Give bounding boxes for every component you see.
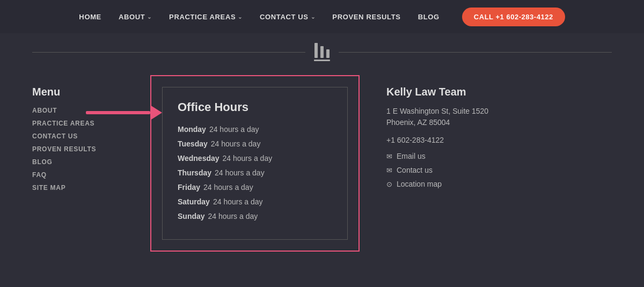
kelly-law-title: Kelly Law Team: [386, 86, 612, 98]
time-thursday: 24 hours a day: [215, 168, 265, 177]
location-map-link[interactable]: ⊙ Location map: [386, 180, 612, 188]
menu-item-faq[interactable]: FAQ: [32, 171, 150, 179]
location-icon: ⊙: [386, 180, 392, 188]
arrow-head: [150, 105, 162, 120]
time-monday: 24 hours a day: [209, 125, 259, 134]
chevron-down-icon: ⌄: [238, 14, 243, 20]
hours-row-thursday: Thursday 24 hours a day: [178, 168, 332, 177]
chevron-down-icon: ⌄: [147, 14, 152, 20]
nav-item-about[interactable]: ABOUT ⌄: [119, 13, 152, 21]
phone-number: +1 602-283-4122: [386, 136, 612, 144]
nav-item-contact-us[interactable]: CONTACT US ⌄: [260, 13, 315, 21]
day-thursday: Thursday: [178, 168, 211, 177]
col-base: [314, 60, 330, 61]
nav-item-proven-results[interactable]: PROVEN RESULTS: [332, 13, 400, 21]
nav-item-blog[interactable]: BLOG: [418, 13, 440, 21]
office-hours-box: Office Hours Monday 24 hours a day Tuesd…: [150, 75, 360, 252]
menu-item-practice-areas[interactable]: PRACTICE AREAS: [32, 120, 150, 127]
contact-us-link[interactable]: ✉ Contact us: [386, 166, 612, 174]
day-sunday: Sunday: [178, 212, 205, 220]
address-block: 1 E Washington St, Suite 1520 Phoenix, A…: [386, 106, 612, 128]
divider-right: [339, 52, 612, 53]
main-content: Menu ABOUT PRACTICE AREAS CONTACT US PRO…: [0, 67, 644, 260]
email-us-label: Email us: [397, 152, 426, 160]
columns-icon: [314, 43, 330, 61]
pink-arrow-container: [86, 105, 162, 120]
office-hours-title: Office Hours: [178, 100, 332, 114]
email-us-link[interactable]: ✉ Email us: [386, 152, 612, 160]
day-tuesday: Tuesday: [178, 139, 208, 148]
contact-us-label: Contact us: [397, 166, 433, 174]
day-monday: Monday: [178, 125, 206, 134]
menu-item-proven-results[interactable]: PROVEN RESULTS: [32, 145, 150, 153]
divider-left: [32, 52, 305, 53]
hours-row-saturday: Saturday 24 hours a day: [178, 197, 332, 206]
time-saturday: 24 hours a day: [213, 197, 263, 206]
right-info: Kelly Law Team 1 E Washington St, Suite …: [360, 75, 612, 194]
time-wednesday: 24 hours a day: [223, 154, 273, 163]
col-bar-3: [326, 49, 330, 58]
time-friday: 24 hours a day: [203, 183, 253, 192]
day-wednesday: Wednesday: [178, 154, 219, 163]
location-map-label: Location map: [397, 180, 442, 188]
hours-row-friday: Friday 24 hours a day: [178, 183, 332, 192]
hours-row-sunday: Sunday 24 hours a day: [178, 212, 332, 220]
chevron-down-icon: ⌄: [311, 14, 316, 20]
address-line2: Phoenix, AZ 85004: [386, 118, 450, 127]
divider-section: [0, 33, 644, 67]
left-menu: Menu ABOUT PRACTICE AREAS CONTACT US PRO…: [32, 75, 150, 197]
hours-row-monday: Monday 24 hours a day: [178, 125, 332, 134]
office-hours-inner: Office Hours Monday 24 hours a day Tuesd…: [162, 87, 348, 240]
navigation: HOME ABOUT ⌄ PRACTICE AREAS ⌄ CONTACT US…: [0, 0, 644, 33]
time-sunday: 24 hours a day: [208, 212, 258, 220]
hours-row-tuesday: Tuesday 24 hours a day: [178, 139, 332, 148]
arrow-shaft: [86, 111, 150, 114]
hours-row-wednesday: Wednesday 24 hours a day: [178, 154, 332, 163]
contact-icon: ✉: [386, 166, 392, 174]
call-button[interactable]: CALL +1 602-283-4122: [462, 8, 565, 26]
menu-item-blog[interactable]: BLOG: [32, 158, 150, 166]
menu-item-contact-us[interactable]: CONTACT US: [32, 133, 150, 140]
nav-item-practice-areas[interactable]: PRACTICE AREAS ⌄: [169, 13, 243, 21]
col-bar-1: [314, 43, 318, 58]
email-icon: ✉: [386, 152, 392, 160]
pink-arrow: [86, 105, 162, 120]
time-tuesday: 24 hours a day: [211, 139, 261, 148]
day-saturday: Saturday: [178, 197, 210, 206]
day-friday: Friday: [178, 183, 200, 192]
nav-item-home[interactable]: HOME: [79, 13, 101, 21]
menu-item-site-map[interactable]: SITE MAP: [32, 184, 150, 192]
address-line1: 1 E Washington St, Suite 1520: [386, 107, 488, 115]
menu-title: Menu: [32, 86, 150, 98]
col-bar-2: [320, 46, 324, 58]
